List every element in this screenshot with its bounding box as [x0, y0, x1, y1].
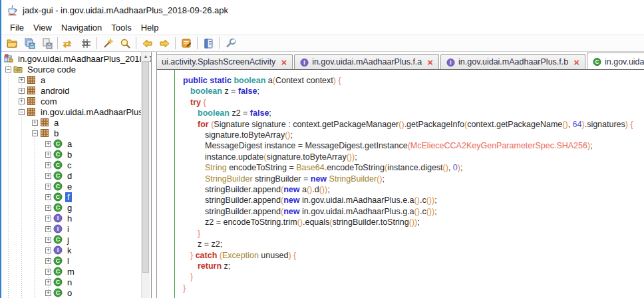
toolbar-magic-wand-button[interactable]: [99, 36, 116, 51]
collapse-icon[interactable]: −: [32, 130, 38, 136]
expand-icon[interactable]: +: [45, 290, 51, 296]
code-line: z2 = encodeToString.trim().equals(string…: [157, 217, 644, 227]
tree-item-com[interactable]: +com: [1, 96, 151, 106]
tree-item-j[interactable]: +Cj: [1, 234, 151, 245]
toolbar-save-all-button[interactable]: [21, 36, 38, 51]
tree-item-e[interactable]: +Ce: [1, 181, 151, 192]
code-token-par: ()): [347, 152, 355, 162]
menu-view[interactable]: View: [29, 21, 57, 34]
menu-help[interactable]: Help: [136, 21, 164, 34]
scroll-up-arrow-icon[interactable]: ▲: [142, 52, 150, 61]
close-icon[interactable]: ×: [427, 58, 433, 67]
code-token-txt: ;: [355, 152, 357, 162]
code-token-txt: .c: [420, 207, 426, 216]
tree-item-a[interactable]: +Ca: [1, 138, 151, 149]
export-code-icon: [41, 38, 53, 49]
code-token-txt: z2 =: [230, 108, 250, 118]
toolbar-preferences-button[interactable]: [222, 36, 239, 51]
tab-1[interactable]: ui.activity.SplashScreenActivity×: [157, 54, 293, 69]
tree-item-d[interactable]: +Cd: [1, 170, 151, 181]
tree-item-h[interactable]: +Ih: [1, 213, 151, 224]
expand-icon[interactable]: +: [45, 141, 51, 147]
tree-item-f[interactable]: +Cf: [1, 192, 151, 202]
expand-icon[interactable]: +: [45, 205, 51, 211]
toolbar-nav-back-button[interactable]: [138, 36, 156, 51]
tree-item-a[interactable]: +a: [1, 74, 151, 85]
toolbar-reload-button[interactable]: ⇄: [60, 36, 77, 51]
class-icon: C: [593, 57, 601, 66]
code-token-flow: for: [198, 120, 209, 129]
tree-item-g[interactable]: +Cg: [1, 202, 151, 213]
tree-item-label: Source code: [25, 65, 78, 74]
tab-4[interactable]: Cin.gov.uidai.mAadh: [587, 53, 644, 70]
menu-navigation[interactable]: Navigation: [57, 21, 106, 34]
svg-text:C: C: [56, 151, 61, 158]
expand-icon[interactable]: +: [45, 258, 51, 264]
close-icon[interactable]: ×: [573, 58, 579, 67]
tree-item-android[interactable]: +android: [1, 85, 151, 96]
collapse-icon[interactable]: −: [5, 67, 11, 73]
code-line: z = z2;: [157, 239, 644, 249]
toolbar-search-button[interactable]: [116, 36, 134, 51]
tree-scrollbar[interactable]: ▲: [141, 52, 150, 298]
tree-item-b[interactable]: +Cb: [1, 149, 151, 160]
scrollbar-thumb[interactable]: [142, 61, 149, 273]
toolbar-open-file-button[interactable]: [3, 36, 21, 51]
panel-splitter[interactable]: [152, 52, 157, 298]
expand-icon[interactable]: +: [45, 247, 51, 253]
code-editor[interactable]: public static boolean a(Context context)…: [157, 70, 644, 298]
tree-item-source-code[interactable]: −Source code: [1, 64, 151, 74]
expand-icon[interactable]: +: [45, 279, 51, 285]
toolbar-log-viewer-button[interactable]: [200, 36, 217, 51]
code-token-txt: stringBuilder =: [253, 174, 311, 184]
code-token-txt: ,: [448, 163, 453, 172]
expand-icon[interactable]: +: [45, 216, 51, 222]
code-line: instance.update(signature.toByteArray())…: [157, 152, 644, 162]
tree-item-in-gov-uidai-maadhaarplus[interactable]: −in.gov.uidai.mAadhaarPlus: [1, 106, 151, 117]
toolbar-separator: [175, 37, 176, 49]
expand-icon[interactable]: +: [45, 152, 51, 158]
code-line: boolean z = false;: [157, 86, 644, 96]
code-token-txt: stringBuilder.append: [205, 207, 281, 216]
tree-item-n[interactable]: +Cn: [1, 277, 151, 287]
expand-icon[interactable]: +: [45, 162, 51, 168]
tree-item-a[interactable]: +a: [1, 117, 151, 128]
toolbar-notes-edit-button[interactable]: [178, 36, 195, 51]
tab-label: in.gov.uidai.mAadhaarPlus.f.a: [312, 57, 422, 67]
expand-icon[interactable]: +: [45, 194, 51, 200]
tree-item-b[interactable]: −b: [1, 128, 151, 138]
expand-icon[interactable]: +: [45, 184, 51, 190]
expand-icon[interactable]: +: [45, 173, 51, 179]
svg-text:C: C: [56, 140, 61, 147]
tree-item-m[interactable]: +Cm: [1, 266, 151, 277]
expand-icon[interactable]: +: [45, 237, 51, 243]
menu-tools[interactable]: Tools: [106, 21, 136, 34]
tree-item-l[interactable]: +Cl: [1, 255, 151, 266]
tree-item-c[interactable]: +Cc: [1, 160, 151, 170]
code-token-txt: ;: [434, 196, 436, 205]
expand-icon[interactable]: +: [32, 120, 38, 126]
tree-item-i[interactable]: +Ii: [1, 224, 151, 234]
preferences-icon: [225, 38, 236, 49]
close-icon[interactable]: ×: [281, 58, 287, 67]
expand-icon[interactable]: +: [19, 88, 25, 94]
toolbar-export-code-button[interactable]: [38, 36, 55, 51]
code-line: stringBuilder.append(new in.gov.uidai.mA…: [157, 206, 644, 217]
expand-icon[interactable]: +: [45, 226, 51, 232]
tab-2[interactable]: Iin.gov.uidai.mAadhaarPlus.f.a×: [294, 54, 439, 69]
svg-text:C: C: [56, 279, 61, 285]
toolbar-deobfuscation-button[interactable]: [77, 36, 94, 51]
code-token-kw: public static: [183, 76, 234, 85]
tree-item-o[interactable]: +Co: [1, 287, 151, 298]
tree-item-in-gov-uidai-maadhaarplus-2018-09-26-[interactable]: in.gov.uidai.mAadhaarPlus_2018-09-26.: [1, 53, 151, 64]
code-token-brace: {: [293, 251, 296, 260]
tab-3[interactable]: Iin.gov.uidai.mAadhaarPlus.f.b×: [440, 54, 585, 69]
expand-icon[interactable]: +: [19, 77, 25, 83]
code-token-txt: .signatures: [585, 120, 625, 129]
tree-item-k[interactable]: +Ik: [1, 245, 151, 255]
expand-icon[interactable]: +: [45, 269, 51, 275]
collapse-icon[interactable]: −: [19, 109, 25, 115]
expand-icon[interactable]: +: [19, 98, 25, 104]
menu-file[interactable]: File: [5, 21, 29, 34]
toolbar-nav-forward-button[interactable]: [156, 36, 173, 51]
